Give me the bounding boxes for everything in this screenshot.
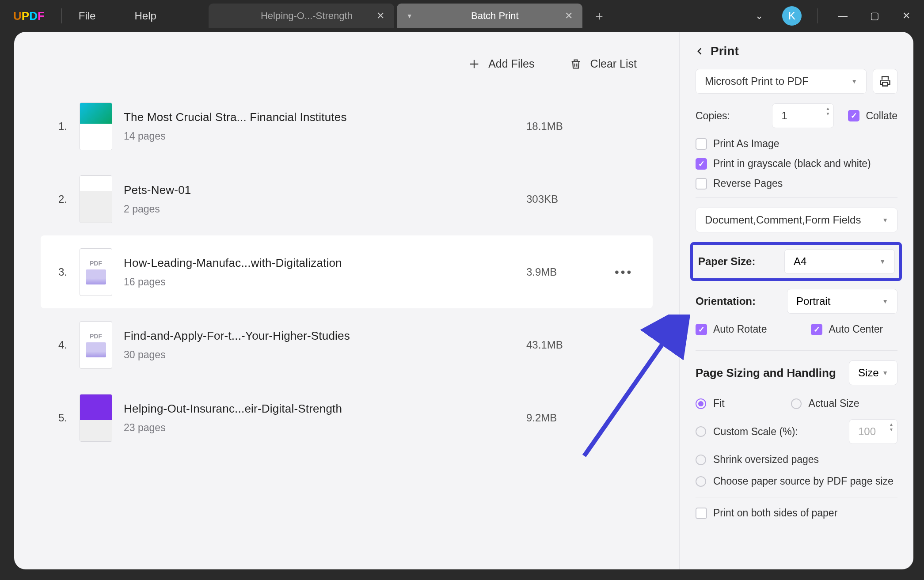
copies-label: Copies: <box>696 110 730 122</box>
print-button[interactable] <box>873 69 897 94</box>
radio-icon <box>696 476 706 487</box>
file-index: 1. <box>58 120 80 133</box>
file-thumbnail <box>80 394 112 442</box>
list-toolbar: Add Files Clear List <box>41 45 653 90</box>
custom-scale-value: 100 <box>858 425 876 438</box>
shrink-radio[interactable]: Shrink oversized pages <box>696 454 897 466</box>
copies-value: 1 <box>781 110 787 122</box>
paper-size-select[interactable]: A4 ▼ <box>784 249 895 274</box>
shrink-label: Shrink oversized pages <box>713 454 819 466</box>
reverse-label: Reverse Pages <box>713 178 783 190</box>
paper-size-label: Paper Size: <box>698 255 755 268</box>
more-icon[interactable]: ••• <box>615 265 639 279</box>
minimize-button[interactable]: ― <box>834 10 852 22</box>
caret-down-icon: ▼ <box>851 78 857 85</box>
radio-icon <box>791 398 802 409</box>
both-sides-label: Print on both sides of paper <box>713 507 837 519</box>
file-row[interactable]: 4.PDFFind-and-Apply-For-t...-Your-Higher… <box>41 308 653 381</box>
tab-document[interactable]: Helping-O...-Strength ✕ <box>209 4 394 28</box>
print-panel: Print Microsoft Print to PDF ▼ Copies: 1… <box>679 32 913 569</box>
tab-strip: Helping-O...-Strength ✕ ▼ Batch Print ✕ … <box>209 4 605 28</box>
content-select[interactable]: Document,Comment,Form Fields ▼ <box>696 208 897 232</box>
file-row[interactable]: 5.Helping-Out-Insuranc...eir-Digital-Str… <box>41 381 653 454</box>
auto-rotate-checkbox[interactable]: Auto Rotate <box>696 323 767 335</box>
orientation-value: Portrait <box>796 295 830 307</box>
file-size: 3.9MB <box>526 266 615 278</box>
spin-up-icon[interactable]: ▲ <box>889 422 894 427</box>
tab-label: Batch Print <box>471 10 519 22</box>
titlebar-right: ⌄ K ― ▢ ✕ <box>750 6 915 26</box>
clear-list-label: Clear List <box>590 57 637 70</box>
menu-file[interactable]: File <box>79 10 96 22</box>
radio-icon <box>696 426 706 437</box>
collate-checkbox[interactable]: Collate <box>848 110 897 122</box>
file-row[interactable]: 1.The Most Crucial Stra... Financial Ins… <box>41 90 653 163</box>
file-title: Pets-New-01 <box>124 183 526 197</box>
file-size: 303KB <box>526 193 615 205</box>
printer-icon <box>879 75 891 87</box>
checkbox-icon <box>696 508 707 519</box>
auto-rotate-label: Auto Rotate <box>713 323 767 335</box>
file-info: How-Leading-Manufac...with-Digitalizatio… <box>124 256 526 288</box>
spin-down-icon[interactable]: ▼ <box>889 428 894 432</box>
file-index: 2. <box>58 193 80 205</box>
collate-label: Collate <box>866 110 897 122</box>
close-icon[interactable]: ✕ <box>565 10 573 22</box>
file-row[interactable]: 2.Pets-New-012 pages303KB••• <box>41 163 653 235</box>
file-index: 5. <box>58 412 80 424</box>
close-button[interactable]: ✕ <box>897 10 915 22</box>
caret-down-icon: ▼ <box>882 298 888 305</box>
copies-input[interactable]: 1 ▲▼ <box>772 103 834 128</box>
clear-list-button[interactable]: Clear List <box>570 57 637 70</box>
page-sizing-title: Page Sizing and Handling <box>696 366 836 380</box>
custom-scale-input[interactable]: 100 ▲▼ <box>849 419 897 444</box>
chevron-down-icon[interactable]: ▼ <box>407 12 413 19</box>
print-as-image-label: Print As Image <box>713 138 780 150</box>
new-tab-button[interactable]: ＋ <box>593 8 605 24</box>
close-icon[interactable]: ✕ <box>376 10 384 22</box>
tab-batch-print[interactable]: ▼ Batch Print ✕ <box>397 4 582 28</box>
spin-down-icon[interactable]: ▼ <box>825 112 830 116</box>
checkbox-icon <box>696 324 707 335</box>
choose-source-radio[interactable]: Choose paper source by PDF page size <box>696 475 897 487</box>
avatar[interactable]: K <box>782 6 802 26</box>
caret-down-icon: ▼ <box>879 258 886 265</box>
orientation-select[interactable]: Portrait ▼ <box>787 289 897 314</box>
content-value: Document,Comment,Form Fields <box>705 214 861 226</box>
titlebar: UPDF File Help Helping-O...-Strength ✕ ▼… <box>0 0 924 32</box>
back-icon[interactable] <box>696 47 704 56</box>
file-row[interactable]: 3.PDFHow-Leading-Manufac...with-Digitali… <box>41 235 653 308</box>
printer-select[interactable]: Microsoft Print to PDF ▼ <box>696 69 867 94</box>
file-size: 9.2MB <box>526 412 615 424</box>
fit-radio[interactable]: Fit <box>696 398 725 409</box>
file-info: Pets-New-012 pages <box>124 183 526 215</box>
file-thumbnail: PDF <box>80 248 112 296</box>
spin-up-icon[interactable]: ▲ <box>825 106 830 111</box>
paper-size-highlight: Paper Size: A4 ▼ <box>690 242 902 281</box>
divider <box>696 350 897 351</box>
menu-help[interactable]: Help <box>134 10 156 22</box>
print-as-image-checkbox[interactable]: Print As Image <box>696 138 897 150</box>
file-list-panel: Add Files Clear List 1.The Most Crucial … <box>14 32 679 569</box>
actual-size-radio[interactable]: Actual Size <box>791 398 859 409</box>
chevron-down-icon[interactable]: ⌄ <box>750 10 768 22</box>
sizing-mode-select[interactable]: Size ▼ <box>849 360 897 385</box>
reverse-pages-checkbox[interactable]: Reverse Pages <box>696 178 897 190</box>
trash-icon <box>570 58 582 70</box>
grayscale-label: Print in grayscale (black and white) <box>713 158 871 170</box>
checkbox-icon <box>696 178 707 190</box>
file-title: Find-and-Apply-For-t...-Your-Higher-Stud… <box>124 329 526 343</box>
grayscale-checkbox[interactable]: Print in grayscale (black and white) <box>696 158 897 170</box>
add-files-button[interactable]: Add Files <box>468 57 534 70</box>
file-info: The Most Crucial Stra... Financial Insti… <box>124 110 526 142</box>
custom-scale-radio[interactable]: Custom Scale (%): 100 ▲▼ <box>696 419 897 444</box>
sizing-mode-value: Size <box>858 367 879 379</box>
checkbox-icon <box>696 158 707 170</box>
auto-center-checkbox[interactable]: Auto Center <box>811 323 883 335</box>
both-sides-checkbox[interactable]: Print on both sides of paper <box>696 507 897 519</box>
maximize-button[interactable]: ▢ <box>866 10 883 22</box>
file-info: Find-and-Apply-For-t...-Your-Higher-Stud… <box>124 329 526 361</box>
file-pages: 14 pages <box>124 130 526 142</box>
caret-down-icon: ▼ <box>882 216 888 224</box>
plus-icon <box>468 58 480 70</box>
